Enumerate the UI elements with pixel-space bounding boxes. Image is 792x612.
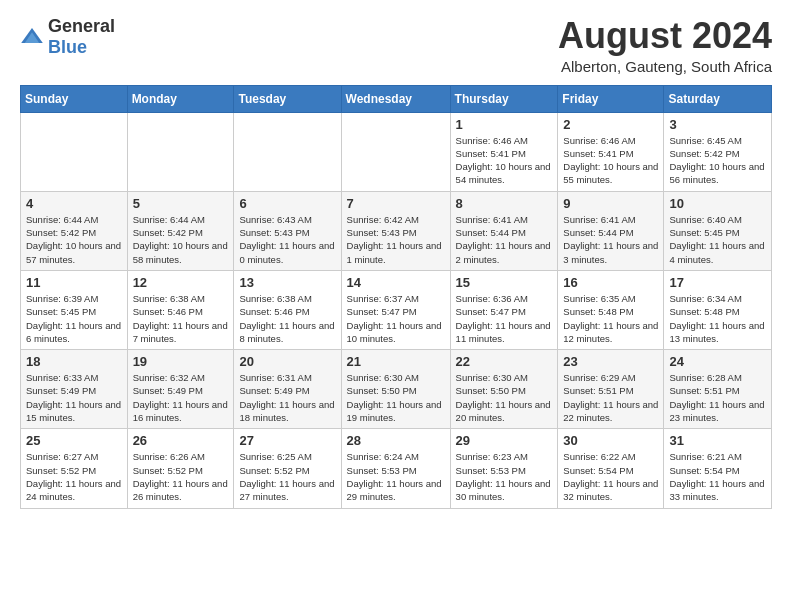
calendar-cell: 13Sunrise: 6:38 AMSunset: 5:46 PMDayligh… [234,270,341,349]
day-info: Sunrise: 6:28 AMSunset: 5:51 PMDaylight:… [669,371,766,424]
day-number: 11 [26,275,122,290]
calendar-cell: 7Sunrise: 6:42 AMSunset: 5:43 PMDaylight… [341,191,450,270]
day-info: Sunrise: 6:41 AMSunset: 5:44 PMDaylight:… [563,213,658,266]
day-info: Sunrise: 6:29 AMSunset: 5:51 PMDaylight:… [563,371,658,424]
weekday-header-row: SundayMondayTuesdayWednesdayThursdayFrid… [21,85,772,112]
calendar-week-2: 4Sunrise: 6:44 AMSunset: 5:42 PMDaylight… [21,191,772,270]
day-info: Sunrise: 6:46 AMSunset: 5:41 PMDaylight:… [456,134,553,187]
logo-text: General Blue [48,16,115,58]
day-number: 22 [456,354,553,369]
weekday-header-friday: Friday [558,85,664,112]
day-info: Sunrise: 6:40 AMSunset: 5:45 PMDaylight:… [669,213,766,266]
day-number: 12 [133,275,229,290]
calendar-cell: 4Sunrise: 6:44 AMSunset: 5:42 PMDaylight… [21,191,128,270]
day-number: 2 [563,117,658,132]
day-info: Sunrise: 6:21 AMSunset: 5:54 PMDaylight:… [669,450,766,503]
weekday-header-wednesday: Wednesday [341,85,450,112]
day-number: 15 [456,275,553,290]
weekday-header-sunday: Sunday [21,85,128,112]
calendar-cell [234,112,341,191]
calendar-cell: 14Sunrise: 6:37 AMSunset: 5:47 PMDayligh… [341,270,450,349]
day-number: 30 [563,433,658,448]
day-info: Sunrise: 6:42 AMSunset: 5:43 PMDaylight:… [347,213,445,266]
day-number: 31 [669,433,766,448]
calendar-cell: 20Sunrise: 6:31 AMSunset: 5:49 PMDayligh… [234,350,341,429]
calendar-table: SundayMondayTuesdayWednesdayThursdayFrid… [20,85,772,509]
day-info: Sunrise: 6:38 AMSunset: 5:46 PMDaylight:… [239,292,335,345]
logo-icon [20,25,44,49]
day-info: Sunrise: 6:22 AMSunset: 5:54 PMDaylight:… [563,450,658,503]
day-info: Sunrise: 6:24 AMSunset: 5:53 PMDaylight:… [347,450,445,503]
calendar-cell: 15Sunrise: 6:36 AMSunset: 5:47 PMDayligh… [450,270,558,349]
day-info: Sunrise: 6:23 AMSunset: 5:53 PMDaylight:… [456,450,553,503]
calendar-week-3: 11Sunrise: 6:39 AMSunset: 5:45 PMDayligh… [21,270,772,349]
calendar-cell: 3Sunrise: 6:45 AMSunset: 5:42 PMDaylight… [664,112,772,191]
calendar-cell: 9Sunrise: 6:41 AMSunset: 5:44 PMDaylight… [558,191,664,270]
calendar-week-5: 25Sunrise: 6:27 AMSunset: 5:52 PMDayligh… [21,429,772,508]
day-number: 24 [669,354,766,369]
location: Alberton, Gauteng, South Africa [558,58,772,75]
day-number: 4 [26,196,122,211]
weekday-header-tuesday: Tuesday [234,85,341,112]
day-info: Sunrise: 6:46 AMSunset: 5:41 PMDaylight:… [563,134,658,187]
day-info: Sunrise: 6:33 AMSunset: 5:49 PMDaylight:… [26,371,122,424]
calendar-cell: 6Sunrise: 6:43 AMSunset: 5:43 PMDaylight… [234,191,341,270]
day-info: Sunrise: 6:37 AMSunset: 5:47 PMDaylight:… [347,292,445,345]
day-info: Sunrise: 6:39 AMSunset: 5:45 PMDaylight:… [26,292,122,345]
calendar-cell: 31Sunrise: 6:21 AMSunset: 5:54 PMDayligh… [664,429,772,508]
day-number: 13 [239,275,335,290]
month-year: August 2024 [558,16,772,56]
day-info: Sunrise: 6:44 AMSunset: 5:42 PMDaylight:… [26,213,122,266]
day-number: 8 [456,196,553,211]
calendar-cell: 5Sunrise: 6:44 AMSunset: 5:42 PMDaylight… [127,191,234,270]
calendar-cell: 29Sunrise: 6:23 AMSunset: 5:53 PMDayligh… [450,429,558,508]
calendar-cell: 17Sunrise: 6:34 AMSunset: 5:48 PMDayligh… [664,270,772,349]
day-info: Sunrise: 6:27 AMSunset: 5:52 PMDaylight:… [26,450,122,503]
day-number: 3 [669,117,766,132]
day-number: 19 [133,354,229,369]
calendar-cell [127,112,234,191]
weekday-header-saturday: Saturday [664,85,772,112]
day-info: Sunrise: 6:41 AMSunset: 5:44 PMDaylight:… [456,213,553,266]
day-info: Sunrise: 6:25 AMSunset: 5:52 PMDaylight:… [239,450,335,503]
day-info: Sunrise: 6:30 AMSunset: 5:50 PMDaylight:… [456,371,553,424]
day-number: 20 [239,354,335,369]
day-number: 5 [133,196,229,211]
day-number: 14 [347,275,445,290]
day-number: 9 [563,196,658,211]
day-info: Sunrise: 6:36 AMSunset: 5:47 PMDaylight:… [456,292,553,345]
day-info: Sunrise: 6:34 AMSunset: 5:48 PMDaylight:… [669,292,766,345]
calendar-week-1: 1Sunrise: 6:46 AMSunset: 5:41 PMDaylight… [21,112,772,191]
day-number: 10 [669,196,766,211]
day-info: Sunrise: 6:35 AMSunset: 5:48 PMDaylight:… [563,292,658,345]
calendar-cell: 27Sunrise: 6:25 AMSunset: 5:52 PMDayligh… [234,429,341,508]
calendar-cell: 8Sunrise: 6:41 AMSunset: 5:44 PMDaylight… [450,191,558,270]
page-header: General Blue August 2024 Alberton, Gaute… [20,16,772,75]
day-number: 21 [347,354,445,369]
weekday-header-thursday: Thursday [450,85,558,112]
calendar-cell: 21Sunrise: 6:30 AMSunset: 5:50 PMDayligh… [341,350,450,429]
calendar-cell: 16Sunrise: 6:35 AMSunset: 5:48 PMDayligh… [558,270,664,349]
day-number: 27 [239,433,335,448]
day-number: 18 [26,354,122,369]
day-info: Sunrise: 6:43 AMSunset: 5:43 PMDaylight:… [239,213,335,266]
logo: General Blue [20,16,115,58]
calendar-cell: 25Sunrise: 6:27 AMSunset: 5:52 PMDayligh… [21,429,128,508]
calendar-cell: 30Sunrise: 6:22 AMSunset: 5:54 PMDayligh… [558,429,664,508]
calendar-cell: 22Sunrise: 6:30 AMSunset: 5:50 PMDayligh… [450,350,558,429]
day-number: 23 [563,354,658,369]
day-info: Sunrise: 6:26 AMSunset: 5:52 PMDaylight:… [133,450,229,503]
weekday-header-monday: Monday [127,85,234,112]
calendar-cell: 19Sunrise: 6:32 AMSunset: 5:49 PMDayligh… [127,350,234,429]
day-number: 26 [133,433,229,448]
day-info: Sunrise: 6:30 AMSunset: 5:50 PMDaylight:… [347,371,445,424]
calendar-cell: 24Sunrise: 6:28 AMSunset: 5:51 PMDayligh… [664,350,772,429]
calendar-cell [21,112,128,191]
day-number: 7 [347,196,445,211]
title-block: August 2024 Alberton, Gauteng, South Afr… [558,16,772,75]
calendar-cell: 23Sunrise: 6:29 AMSunset: 5:51 PMDayligh… [558,350,664,429]
day-number: 16 [563,275,658,290]
day-info: Sunrise: 6:38 AMSunset: 5:46 PMDaylight:… [133,292,229,345]
calendar-cell: 10Sunrise: 6:40 AMSunset: 5:45 PMDayligh… [664,191,772,270]
day-info: Sunrise: 6:44 AMSunset: 5:42 PMDaylight:… [133,213,229,266]
